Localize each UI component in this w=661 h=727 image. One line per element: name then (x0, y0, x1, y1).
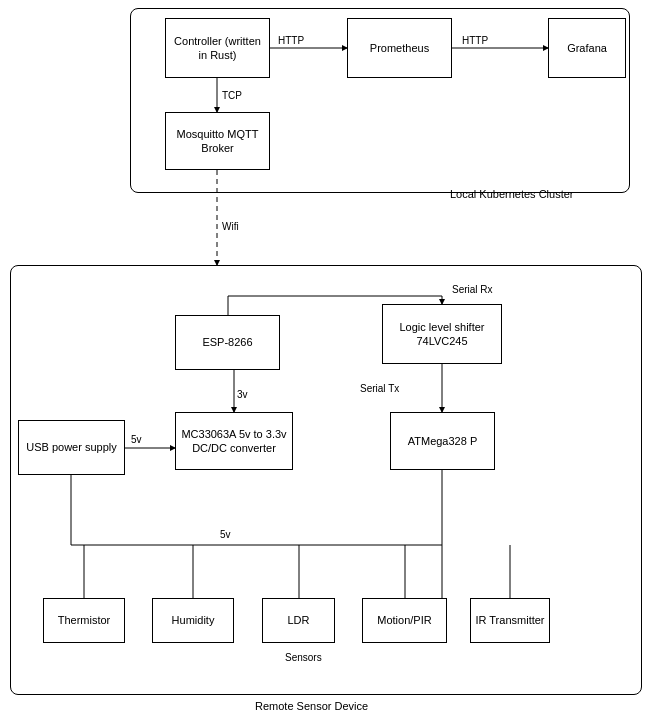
logic-box: Logic level shifter 74LVC245 (382, 304, 502, 364)
mosquitto-box: Mosquitto MQTT Broker (165, 112, 270, 170)
prometheus-box: Prometheus (347, 18, 452, 78)
humidity-box: Humidity (152, 598, 234, 643)
prometheus-label: Prometheus (370, 41, 429, 55)
esp8266-box: ESP-8266 (175, 315, 280, 370)
usb-box: USB power supply (18, 420, 125, 475)
ir-label: IR Transmitter (475, 613, 544, 627)
diagram-container: Local Kubernetes Cluster Remote Sensor D… (0, 0, 661, 727)
ir-box: IR Transmitter (470, 598, 550, 643)
svg-text:Wifi: Wifi (222, 221, 239, 232)
ldr-label: LDR (287, 613, 309, 627)
esp8266-label: ESP-8266 (202, 335, 252, 349)
dcdc-box: MC33063A 5v to 3.3v DC/DC converter (175, 412, 293, 470)
controller-box: Controller (written in Rust) (165, 18, 270, 78)
atmega-label: ATMega328 P (408, 434, 478, 448)
logic-label: Logic level shifter 74LVC245 (387, 320, 497, 349)
usb-label: USB power supply (26, 440, 117, 454)
ldr-box: LDR (262, 598, 335, 643)
remote-label: Remote Sensor Device (255, 700, 368, 712)
grafana-label: Grafana (567, 41, 607, 55)
atmega-box: ATMega328 P (390, 412, 495, 470)
thermistor-label: Thermistor (58, 613, 111, 627)
dcdc-label: MC33063A 5v to 3.3v DC/DC converter (180, 427, 288, 456)
humidity-label: Humidity (172, 613, 215, 627)
kubernetes-label: Local Kubernetes Cluster (450, 188, 574, 200)
motion-box: Motion/PIR (362, 598, 447, 643)
motion-label: Motion/PIR (377, 613, 431, 627)
sensors-label: Sensors (283, 652, 324, 663)
controller-label: Controller (written in Rust) (170, 34, 265, 63)
thermistor-box: Thermistor (43, 598, 125, 643)
mosquitto-label: Mosquitto MQTT Broker (170, 127, 265, 156)
grafana-box: Grafana (548, 18, 626, 78)
